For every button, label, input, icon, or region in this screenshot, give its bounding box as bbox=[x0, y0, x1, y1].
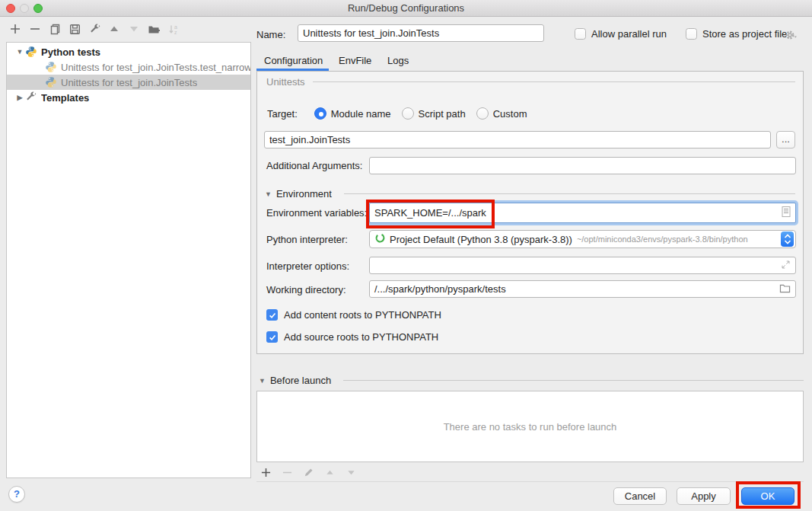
move-down-icon bbox=[128, 23, 140, 35]
move-up-icon[interactable] bbox=[108, 23, 120, 35]
configuration-panel: Unittests Target: Module name Script pat… bbox=[256, 71, 804, 354]
configurations-toolbar: az bbox=[9, 23, 180, 35]
window-title: Run/Debug Configurations bbox=[0, 0, 812, 16]
add-task-icon[interactable] bbox=[260, 466, 272, 478]
ok-button[interactable]: OK bbox=[741, 487, 794, 505]
expanded-arrow-icon[interactable]: ▼ bbox=[14, 48, 25, 56]
checkbox-unchecked-icon[interactable] bbox=[686, 28, 697, 40]
before-launch-section-header[interactable]: ▼ Before launch bbox=[259, 375, 804, 386]
store-as-project-file-checkbox[interactable]: Store as project file bbox=[686, 28, 787, 40]
radio-module-name-label: Module name bbox=[331, 108, 391, 120]
browse-module-button[interactable]: ... bbox=[776, 131, 795, 149]
footer-separator bbox=[256, 481, 804, 482]
edit-task-pencil-icon bbox=[302, 466, 314, 478]
interpreter-options-label: Interpreter options: bbox=[266, 260, 349, 272]
radio-custom[interactable]: Custom bbox=[476, 107, 527, 120]
environment-section-header[interactable]: ▼ Environment bbox=[265, 188, 795, 200]
collapsed-arrow-icon[interactable]: ▶ bbox=[14, 94, 25, 101]
add-configuration-icon[interactable] bbox=[9, 23, 21, 35]
before-launch-task-list[interactable]: There are no tasks to run before launch bbox=[256, 391, 804, 462]
move-task-down-icon bbox=[345, 466, 357, 478]
tab-envfile[interactable]: EnvFile bbox=[339, 55, 371, 66]
add-source-roots-checkbox[interactable]: Add source roots to PYTHONPATH bbox=[266, 331, 438, 343]
python-interpreter-select[interactable]: Project Default (Python 3.8 (pyspark-3.8… bbox=[369, 230, 796, 248]
before-launch-empty-text: There are no tasks to run before launch bbox=[444, 421, 617, 433]
help-button[interactable]: ? bbox=[8, 486, 25, 503]
tab-configuration[interactable]: Configuration bbox=[264, 55, 323, 66]
target-row: Target: Module name Script path Custom bbox=[267, 106, 537, 121]
tree-item-label: Unittests for test_join.JoinTests bbox=[61, 77, 197, 88]
svg-text:a: a bbox=[174, 24, 177, 30]
svg-text:z: z bbox=[174, 30, 177, 35]
browse-folder-icon[interactable] bbox=[779, 283, 791, 295]
radio-script-path[interactable]: Script path bbox=[402, 107, 466, 120]
combobox-arrows-icon[interactable] bbox=[781, 232, 794, 247]
before-launch-label: Before launch bbox=[270, 375, 331, 386]
edit-environment-variables-icon[interactable] bbox=[782, 206, 791, 219]
tree-item-templates[interactable]: ▶ Templates bbox=[7, 90, 250, 105]
tree-item-unittests-test-narrow[interactable]: Unittests for test_join.JoinTests.test_n… bbox=[7, 59, 250, 75]
copy-configuration-icon[interactable] bbox=[49, 23, 61, 35]
before-launch-toolbar bbox=[260, 466, 357, 478]
checkbox-checked-icon[interactable] bbox=[266, 309, 278, 321]
name-input[interactable] bbox=[298, 24, 544, 42]
environment-section-label: Environment bbox=[276, 188, 332, 200]
expand-field-icon[interactable] bbox=[781, 260, 791, 272]
allow-parallel-run-checkbox[interactable]: Allow parallel run bbox=[575, 28, 667, 40]
add-content-roots-label: Add content roots to PYTHONPATH bbox=[284, 309, 441, 321]
tree-item-unittests-jointests-selected[interactable]: Unittests for test_join.JoinTests bbox=[7, 75, 250, 90]
radio-script-path-label: Script path bbox=[419, 108, 466, 120]
python-test-icon bbox=[45, 76, 57, 88]
environment-variables-label: Environment variables: bbox=[266, 207, 367, 219]
remove-task-icon bbox=[281, 466, 293, 478]
environment-variables-input[interactable]: SPARK_HOME=/.../spark bbox=[369, 203, 796, 223]
apply-button[interactable]: Apply bbox=[677, 487, 731, 505]
name-label: Name: bbox=[256, 29, 285, 40]
minimize-window-button[interactable] bbox=[20, 4, 29, 13]
cancel-button[interactable]: Cancel bbox=[613, 487, 667, 505]
add-content-roots-checkbox[interactable]: Add content roots to PYTHONPATH bbox=[266, 309, 441, 321]
radio-custom-label: Custom bbox=[493, 108, 527, 120]
working-directory-value: /.../spark/python/pyspark/tests bbox=[374, 283, 779, 295]
checkbox-checked-icon[interactable] bbox=[266, 331, 278, 343]
add-source-roots-label: Add source roots to PYTHONPATH bbox=[284, 331, 438, 343]
checkbox-unchecked-icon[interactable] bbox=[575, 28, 586, 40]
tree-item-label: Templates bbox=[41, 92, 89, 104]
section-divider bbox=[344, 193, 795, 194]
close-window-button[interactable] bbox=[6, 4, 15, 13]
radio-unselected-icon[interactable] bbox=[476, 107, 489, 120]
allow-parallel-run-label: Allow parallel run bbox=[591, 28, 667, 40]
python-test-icon bbox=[45, 61, 57, 73]
working-directory-label: Working directory: bbox=[266, 284, 346, 295]
remove-configuration-icon[interactable] bbox=[29, 23, 41, 35]
conda-environment-icon bbox=[374, 232, 386, 246]
python-interpreter-label: Python interpreter: bbox=[266, 234, 348, 245]
python-interpreter-value: Project Default (Python 3.8 (pyspark-3.8… bbox=[390, 234, 572, 245]
python-interpreter-path: ~/opt/miniconda3/envs/pyspark-3.8/bin/py… bbox=[577, 235, 781, 244]
store-options-gear-icon[interactable] bbox=[784, 29, 798, 41]
sort-alphabetically-icon: az bbox=[167, 23, 180, 35]
unittests-group-label: Unittests bbox=[266, 76, 305, 88]
edit-templates-icon[interactable] bbox=[88, 23, 100, 35]
tree-item-label: Unittests for test_join.JoinTests.test_n… bbox=[61, 62, 250, 73]
additional-arguments-input[interactable] bbox=[369, 157, 796, 174]
module-name-input[interactable] bbox=[264, 131, 771, 149]
templates-wrench-icon bbox=[25, 91, 37, 104]
working-directory-input[interactable]: /.../spark/python/pyspark/tests bbox=[369, 280, 796, 298]
radio-module-name[interactable]: Module name bbox=[314, 107, 391, 120]
section-expanded-arrow-icon[interactable]: ▼ bbox=[259, 377, 266, 385]
save-configuration-icon[interactable] bbox=[68, 23, 81, 35]
radio-selected-icon[interactable] bbox=[314, 107, 326, 120]
interpreter-options-input[interactable] bbox=[369, 257, 796, 274]
additional-arguments-label: Additional Arguments: bbox=[266, 160, 362, 171]
title-bar: Run/Debug Configurations bbox=[0, 0, 812, 17]
radio-unselected-icon[interactable] bbox=[402, 107, 414, 120]
section-expanded-arrow-icon[interactable]: ▼ bbox=[265, 190, 272, 198]
zoom-window-button[interactable] bbox=[33, 4, 43, 13]
move-task-up-icon bbox=[323, 466, 336, 478]
configurations-tree: ▼ Python tests Unittests for test_join.J… bbox=[6, 42, 251, 478]
environment-variables-value: SPARK_HOME=/.../spark bbox=[374, 207, 782, 219]
tree-item-python-tests[interactable]: ▼ Python tests bbox=[7, 44, 250, 59]
tab-logs[interactable]: Logs bbox=[387, 55, 409, 66]
new-folder-icon[interactable] bbox=[148, 23, 160, 35]
